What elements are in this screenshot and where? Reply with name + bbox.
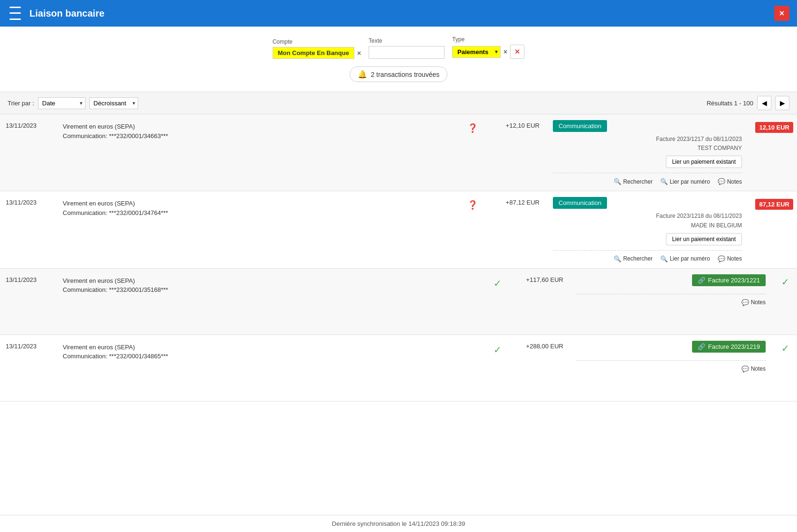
row-description: Virement en euros (SEPA) Communication: … xyxy=(57,335,507,401)
desc-line2: Communication: ***232/0001/34764*** xyxy=(63,208,464,218)
facture-label: Facture 2023/1219 xyxy=(708,343,760,350)
row-actions: Communication Facture 2023/1217 du 08/11… xyxy=(545,114,750,191)
link-icon: 🔗 xyxy=(698,343,705,350)
compte-clear-button[interactable]: × xyxy=(357,49,361,57)
link-by-number-button[interactable]: 🔍 Lier par numéro xyxy=(660,255,710,262)
next-page-button[interactable]: ▶ xyxy=(775,96,789,110)
notes-label: Notes xyxy=(751,299,766,306)
desc-line1: Virement en euros (SEPA) xyxy=(63,199,464,208)
compte-value-row: Mon Compte En Banque × xyxy=(273,47,361,59)
compte-label: Compte xyxy=(273,38,361,45)
communication-button[interactable]: Communication xyxy=(553,120,607,132)
search-label: Rechercher xyxy=(623,178,653,185)
matched-icon: ✓ xyxy=(781,343,789,354)
row-date: 13/11/2023 xyxy=(0,335,57,401)
row-actions: 🔗 Facture 2023/1221 💬 Notes xyxy=(569,269,773,335)
facture-button[interactable]: 🔗 Facture 2023/1219 xyxy=(692,341,766,353)
notes-button[interactable]: 💬 Notes xyxy=(718,255,742,262)
desc-line2: Communication: ***232/0001/35168*** xyxy=(63,285,490,295)
notes-label: Notes xyxy=(751,365,766,372)
desc-line2: Communication: ***232/0001/34865*** xyxy=(63,352,490,361)
close-button[interactable]: × xyxy=(774,6,789,21)
row-date: 13/11/2023 xyxy=(0,191,57,268)
notes-icon: 💬 xyxy=(718,255,725,262)
row-description: Virement en euros (SEPA) Communication: … xyxy=(57,269,507,335)
notes-button[interactable]: 💬 Notes xyxy=(718,178,742,185)
transactions-count: 2 transactions trouvées xyxy=(371,71,440,78)
sort-field-wrapper: Date Montant Description xyxy=(38,97,85,109)
sort-order-wrapper: Décroissant Croissant xyxy=(89,97,138,109)
sort-field-select[interactable]: Date Montant Description xyxy=(38,97,85,109)
sort-right: Résultats 1 - 100 ◀ ▶ xyxy=(707,96,789,110)
link-by-number-button[interactable]: 🔍 Lier par numéro xyxy=(660,178,710,185)
sort-left: Trier par : Date Montant Description Déc… xyxy=(8,97,138,109)
amount-value: +288,00 EUR xyxy=(526,343,563,350)
action-row: 💬 Notes xyxy=(577,365,766,373)
texte-value-row xyxy=(369,46,445,59)
amount-value: +117,60 EUR xyxy=(526,276,563,283)
texte-label: Texte xyxy=(369,37,445,44)
amount-badge: 12,10 EUR xyxy=(755,122,793,133)
search-button[interactable]: 🔍 Rechercher xyxy=(614,178,653,185)
transactions-list: 13/11/2023 Virement en euros (SEPA) Comm… xyxy=(0,114,797,525)
check-icon: ✓ xyxy=(493,343,502,357)
prev-page-button[interactable]: ◀ xyxy=(757,96,771,110)
desc-line1: Virement en euros (SEPA) xyxy=(63,276,490,286)
invoice-line2: TEST COMPANY xyxy=(553,144,742,153)
row-amount: +288,00 EUR xyxy=(507,335,569,401)
invoice-info: Facture 2023/1217 du 08/11/2023 TEST COM… xyxy=(553,135,742,153)
link-icon: 🔗 xyxy=(698,277,705,284)
transactions-badge: 🔔 2 transactions trouvées xyxy=(350,66,448,82)
app-title: Liaison bancaire xyxy=(29,8,104,19)
notes-icon: 💬 xyxy=(741,365,749,373)
type-clear-x-text: × xyxy=(503,48,507,56)
notes-button[interactable]: 💬 Notes xyxy=(741,365,766,373)
link-payment-button[interactable]: Lier un paiement existant xyxy=(666,156,742,168)
search-button[interactable]: 🔍 Rechercher xyxy=(614,255,653,262)
invoice-line2: MADE IN BELGIUM xyxy=(553,221,742,230)
date-value: 13/11/2023 xyxy=(6,343,37,350)
filter-area: Compte Mon Compte En Banque × Texte Type… xyxy=(0,27,797,92)
sort-order-select[interactable]: Décroissant Croissant xyxy=(89,97,138,109)
texte-filter: Texte xyxy=(369,37,445,59)
row-amount: +117,60 EUR xyxy=(507,269,569,335)
communication-button[interactable]: Communication xyxy=(553,197,607,209)
menu-icon[interactable] xyxy=(8,6,23,21)
row-badge: 12,10 EUR xyxy=(750,114,797,191)
facture-button[interactable]: 🔗 Facture 2023/1221 xyxy=(692,274,766,286)
sync-label: Dernière synchronisation le 14/11/2023 0… xyxy=(332,520,465,527)
row-status: ✓ xyxy=(773,269,797,335)
row-description: Virement en euros (SEPA) Communication: … xyxy=(57,191,484,268)
invoice-line1: Facture 2023/1217 du 08/11/2023 xyxy=(553,135,742,144)
warning-icon[interactable]: ❓ xyxy=(467,199,478,212)
action-row: 🔍 Rechercher 🔍 Lier par numéro 💬 Notes xyxy=(553,255,742,262)
amount-value: +87,12 EUR xyxy=(506,199,540,206)
compte-value: Mon Compte En Banque xyxy=(273,47,354,59)
notes-button[interactable]: 💬 Notes xyxy=(741,299,766,306)
action-row: 💬 Notes xyxy=(577,299,766,306)
row-amount: +87,12 EUR xyxy=(484,191,545,268)
date-value: 13/11/2023 xyxy=(6,122,37,129)
row-status: ✓ xyxy=(773,335,797,401)
filter-row: Compte Mon Compte En Banque × Texte Type… xyxy=(273,36,525,59)
warning-icon[interactable]: ❓ xyxy=(467,122,478,135)
type-select-wrapper: Paiements Tous xyxy=(452,46,501,58)
type-select[interactable]: Paiements Tous xyxy=(452,46,501,58)
type-filter: Type Paiements Tous × ✕ xyxy=(452,36,524,59)
texte-input[interactable] xyxy=(369,46,445,59)
desc-line2: Communication: ***232/0001/34663*** xyxy=(63,131,464,141)
type-label: Type xyxy=(452,36,524,43)
type-value-row: Paiements Tous × ✕ xyxy=(452,45,524,59)
link-payment-button[interactable]: Lier un paiement existant xyxy=(666,233,742,245)
results-label: Résultats 1 - 100 xyxy=(707,100,753,107)
table-row: 13/11/2023 Virement en euros (SEPA) Comm… xyxy=(0,191,797,268)
check-icon: ✓ xyxy=(493,276,502,290)
desc-line1: Virement en euros (SEPA) xyxy=(63,122,464,131)
row-actions: 🔗 Facture 2023/1219 💬 Notes xyxy=(569,335,773,401)
facture-label: Facture 2023/1221 xyxy=(708,277,760,284)
search-label: Rechercher xyxy=(623,255,653,262)
amount-badge: 87,12 EUR xyxy=(755,199,793,210)
date-value: 13/11/2023 xyxy=(6,276,37,283)
link-icon: 🔍 xyxy=(660,255,668,262)
type-clear-button[interactable]: ✕ xyxy=(510,45,524,59)
